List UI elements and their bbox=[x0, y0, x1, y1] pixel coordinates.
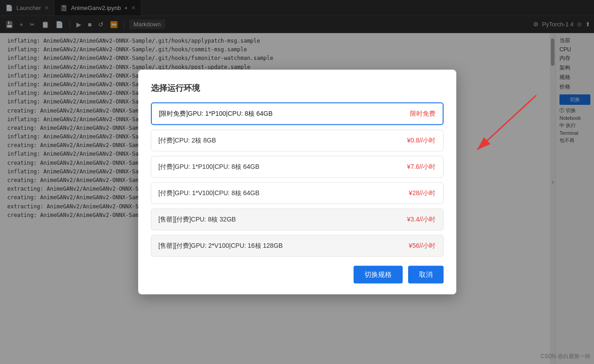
switch-spec-button[interactable]: 切换规格 bbox=[354, 266, 403, 284]
env-option-6-label: [售罄][付费]GPU: 2*V100|CPU: 16核 128GB bbox=[159, 242, 283, 250]
env-option-1[interactable]: [限时免费]GPU: 1*P100|CPU: 8核 64GB 限时免费 bbox=[151, 103, 444, 125]
env-option-6-price: ¥56//小时 bbox=[409, 242, 435, 250]
env-option-5-price: ¥3.4//小时 bbox=[407, 216, 435, 224]
env-option-6[interactable]: [售罄][付费]GPU: 2*V100|CPU: 16核 128GB ¥56//… bbox=[151, 235, 444, 257]
env-option-1-label: [限时免费]GPU: 1*P100|CPU: 8核 64GB bbox=[159, 110, 273, 118]
env-option-4-label: [付费]GPU: 1*V100|CPU: 8核 64GB bbox=[159, 189, 260, 197]
environment-dialog: 选择运行环境 [限时免费]GPU: 1*P100|CPU: 8核 64GB 限时… bbox=[138, 70, 456, 295]
cancel-button[interactable]: 取消 bbox=[408, 266, 444, 284]
dialog-title: 选择运行环境 bbox=[151, 83, 444, 93]
env-option-5-label: [售罄][付费]CPU: 8核 32GB bbox=[159, 216, 236, 224]
env-option-3[interactable]: [付费]GPU: 1*P100|CPU: 8核 64GB ¥7.6//小时 bbox=[151, 156, 444, 178]
env-option-2-label: [付费]CPU: 2核 8GB bbox=[159, 137, 216, 145]
env-option-1-price: 限时免费 bbox=[410, 110, 435, 118]
env-option-5[interactable]: [售罄][付费]CPU: 8核 32GB ¥3.4//小时 bbox=[151, 209, 444, 231]
env-option-2[interactable]: [付费]CPU: 2核 8GB ¥0.8//小时 bbox=[151, 130, 444, 152]
env-option-3-price: ¥7.6//小时 bbox=[407, 163, 435, 171]
dialog-footer: 切换规格 取消 bbox=[151, 266, 444, 284]
env-option-2-price: ¥0.8//小时 bbox=[407, 137, 435, 145]
env-option-4-price: ¥28//小时 bbox=[409, 189, 435, 197]
env-option-3-label: [付费]GPU: 1*P100|CPU: 8核 64GB bbox=[159, 163, 260, 171]
env-option-4[interactable]: [付费]GPU: 1*V100|CPU: 8核 64GB ¥28//小时 bbox=[151, 182, 444, 204]
